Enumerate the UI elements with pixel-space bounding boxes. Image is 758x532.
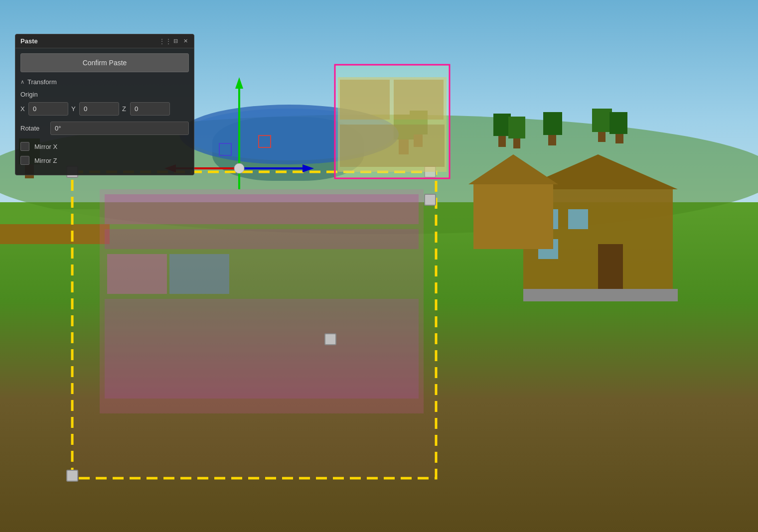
close-button[interactable]: ✕ [182,38,189,45]
panel-title: Paste [20,37,38,45]
paste-panel: Paste ⋮⋮ ⊟ ✕ Confirm Paste ∧ Transform O… [15,34,194,175]
transform-section-header: ∧ Transform [20,78,189,86]
ground [0,202,758,532]
panel-controls: ⋮⋮ ⊟ ✕ [162,38,189,45]
mirror-z-row: Mirror Z [20,156,189,165]
transform-icon: ∧ [20,79,24,85]
y-input[interactable] [79,102,119,116]
rotate-select[interactable]: 0° 90° 180° 270° [50,122,189,135]
panel-content: Confirm Paste ∧ Transform Origin X Y Z R… [15,48,194,175]
mirror-x-label: Mirror X [34,143,57,150]
panel-header[interactable]: Paste ⋮⋮ ⊟ ✕ [15,34,194,48]
minimize-button[interactable]: ⊟ [172,38,179,45]
z-input[interactable] [130,102,170,116]
transform-label: Transform [27,78,57,86]
mirror-z-label: Mirror Z [34,157,57,164]
x-axis-label: X [20,105,25,113]
origin-row: X Y Z [20,102,189,116]
confirm-paste-button[interactable]: Confirm Paste [20,53,189,72]
x-input[interactable] [28,102,68,116]
y-axis-label: Y [71,105,76,113]
z-axis-label: Z [122,105,127,113]
drag-handle-icon: ⋮⋮ [162,38,169,45]
rotate-row: Rotate 0° 90° 180° 270° [20,122,189,135]
rotate-label: Rotate [20,125,45,132]
origin-label: Origin [20,91,189,98]
mirror-x-row: Mirror X [20,142,189,151]
water-body [212,117,364,181]
mirror-x-checkbox[interactable] [20,142,29,151]
mirror-z-checkbox[interactable] [20,156,29,165]
